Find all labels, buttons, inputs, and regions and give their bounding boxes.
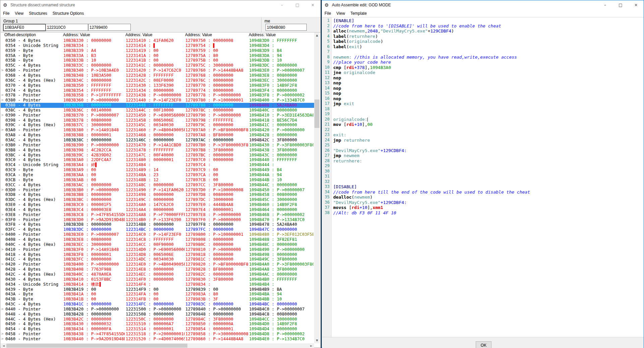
code-line[interactable]: 36"DevilMayCry5.exe"+129CDBF4:: [322, 200, 644, 205]
table-row[interactable]: 035C - 4 Bytes10B3B33C : 000000001223141…: [1, 63, 314, 68]
table-row[interactable]: 0430 - 4 Bytes10B3B410 : 0153F8BC122314F…: [1, 277, 314, 282]
table-row[interactable]: 03F8 - 4 Bytes10B3B3D8 : 00000000122314B…: [1, 222, 314, 227]
menu-item-template[interactable]: Template: [348, 10, 369, 16]
code-line[interactable]: 3alloc(newmem,2048,"DevilMayCry5.exe"+12…: [322, 28, 644, 34]
code-line[interactable]: 22: [322, 127, 644, 133]
table-row[interactable]: 041C - 4 Bytes10B3B3FC : 00000000122314D…: [1, 257, 314, 262]
table-row[interactable]: 0450 - 4 Bytes10B3B430 : 000000321223151…: [1, 322, 314, 327]
column-header-col2[interactable]: Address: Value: [125, 32, 153, 38]
code-line[interactable]: 19: [322, 112, 644, 117]
table-row[interactable]: >0390 - Pointer10B3B370 : P->00000007122…: [1, 113, 314, 118]
table-row[interactable]: 03BC - 4 Bytes10B3B39C : 42B39D021223147…: [1, 153, 314, 158]
code-editor[interactable]: 1[ENABLE]2//code from here to '[DISABLE]…: [322, 17, 644, 337]
table-row[interactable]: 043C - 4 Bytes10B3B41C : 00000000122314F…: [1, 302, 314, 307]
table-row[interactable]: 03C0 - 4 Bytes10B3B3A0 : 22DFC4A71223148…: [1, 157, 314, 162]
code-line[interactable]: 5label(originalcode): [322, 39, 644, 44]
table-row[interactable]: >03B0 - Pointer10B3B390 : P->00000000122…: [1, 143, 314, 148]
table-row[interactable]: >03D0 - Pointer10B3B3B0 : P->00000000122…: [1, 188, 314, 193]
table-row[interactable]: 03CB - Byte10B3B3AB : 001223148B : 12127…: [1, 178, 314, 183]
table-row[interactable]: >0460 - Pointer10B3B440 : P->9A2D919D48D…: [1, 337, 314, 342]
column-header-offset[interactable]: Offset-description: [4, 32, 36, 38]
code-line[interactable]: 7: [322, 49, 644, 55]
code-line[interactable]: 21mov [rdi+10],00: [322, 122, 644, 127]
code-line[interactable]: 11jne originalcode: [322, 70, 644, 75]
table-row[interactable]: 0398 - 4 Bytes10B3B378 : 008000001223145…: [1, 118, 314, 123]
horizontal-scrollbar[interactable]: ◄ ►: [1, 343, 314, 348]
code-line[interactable]: 26"DevilMayCry5.exe"+129CDBF4:: [322, 148, 644, 153]
table-row[interactable]: 03E4 - 4 Bytes10B3B3C4 : 000003E8122314A…: [1, 207, 314, 212]
minimize-button[interactable]: –: [597, 0, 613, 10]
code-line[interactable]: 20originalcode:: [322, 117, 644, 122]
table-row[interactable]: >03F0 - Pointer10B3B3D0 : P->9A2D919D48D…: [1, 217, 314, 222]
scroll-right-icon[interactable]: ►: [308, 343, 314, 348]
table-row[interactable]: 035B - Byte10B3B33B : 101223141B : 00127…: [1, 58, 314, 63]
table-row[interactable]: 0359 - Byte10B3B339 : A412231419 : 00127…: [1, 48, 314, 53]
code-line[interactable]: 9//place your code here: [322, 60, 644, 65]
code-line[interactable]: 8newmem: //this is allocated memory, you…: [322, 55, 644, 60]
menu-item-structures[interactable]: Structures: [26, 10, 50, 16]
group1-address-input-3[interactable]: [88, 24, 131, 31]
table-row[interactable]: >0458 - Pointer10B3B438 : P->47F854155D6…: [1, 332, 314, 337]
table-row[interactable]: 03D8 - 4 Bytes10B3B3B8 : 000000001223149…: [1, 192, 314, 197]
code-line[interactable]: 2//code from here to '[DISABLE]' will be…: [322, 23, 644, 29]
code-line[interactable]: 33[DISABLE]: [322, 184, 644, 190]
table-row[interactable]: 0408 - 4 Bytes10B3B3E8 : 00800000122314C…: [1, 237, 314, 242]
menu-item-structure-options[interactable]: Structure Options: [50, 10, 86, 16]
code-line[interactable]: 4label(returnhere): [322, 34, 644, 39]
code-line[interactable]: 18: [322, 107, 644, 112]
ok-button[interactable]: OK: [476, 341, 491, 348]
table-row[interactable]: 038C - 4 Bytes10B3B36C : 001400001223144…: [1, 108, 314, 113]
code-line[interactable]: 10cmp [rdi+378],1094B3A0: [322, 65, 644, 70]
scroll-down-icon[interactable]: ▼: [314, 338, 320, 343]
table-row[interactable]: >0410 - Pointer10B3B3F0 : P->14A91848122…: [1, 247, 314, 252]
table-row[interactable]: 039C - 4 Bytes (Hex)10B3B37C : 300000001…: [1, 123, 314, 128]
table-row[interactable]: 0354 - Unicode String10B3B334 : 12231414…: [1, 43, 314, 48]
minimize-button[interactable]: –: [274, 0, 290, 10]
me-address-input[interactable]: [266, 24, 307, 31]
table-row[interactable]: 0428 - 4 Bytes10B3B408 : 7763F988122314E…: [1, 267, 314, 272]
table-row[interactable]: 040C - 4 Bytes (Hex)10B3B3EC : 300000001…: [1, 242, 314, 247]
table-row[interactable]: >03E8 - Pointer10B3B3C8 : P->47F854155D6…: [1, 212, 314, 217]
code-line[interactable]: 37movss [rdi+10],xmm1: [322, 205, 644, 210]
code-line[interactable]: 29: [322, 163, 644, 169]
table-row[interactable]: 03C9 - Byte10B3B3A9 : 0012231489 : 14127…: [1, 167, 314, 172]
close-button[interactable]: ×: [305, 0, 320, 10]
table-row[interactable]: 0350 - 4 Bytes10B3B330 : 000000001223141…: [1, 38, 314, 43]
code-line[interactable]: 13nop: [322, 80, 644, 86]
group1-address-input-2[interactable]: [46, 24, 88, 31]
horizontal-scroll-thumb[interactable]: [6, 344, 187, 348]
table-row[interactable]: 03FC - 4 Bytes10B3B3DC : 00000000122314B…: [1, 227, 314, 232]
table-row[interactable]: >0380 - Pointer10B3B360 : P->00000000122…: [1, 98, 314, 103]
code-line[interactable]: 1[ENABLE]: [322, 18, 644, 23]
table-row[interactable]: 0434 - Unicode String10B3B414 : 噢㸝▌12231…: [1, 282, 314, 287]
table-row[interactable]: 03CC - 4 Bytes10B3B3AC : 000000001223148…: [1, 183, 314, 188]
maximize-button[interactable]: □: [613, 0, 628, 10]
code-line[interactable]: 25: [322, 143, 644, 148]
code-line[interactable]: 27jmp newmem: [322, 153, 644, 158]
table-row[interactable]: 03DC - 4 Bytes (Hex)10B3B3BC : 000000001…: [1, 197, 314, 202]
table-row[interactable]: >03A0 - Pointer10B3B380 : P->14A91848122…: [1, 128, 314, 133]
table-row[interactable]: >0400 - Pointer10B3B3E0 : P->00000007122…: [1, 232, 314, 237]
menu-item-file[interactable]: File: [322, 10, 334, 16]
code-line[interactable]: 30: [322, 169, 644, 174]
table-row[interactable]: 036C - 4 Bytes (Hex)10B3B34C : 000000001…: [1, 78, 314, 83]
title-bar[interactable]: ⚙ Auto Assemble edit: GOD MODE – □ ×: [322, 0, 644, 10]
code-line[interactable]: 12nop: [322, 75, 644, 81]
code-line[interactable]: 14nop: [322, 86, 644, 91]
maximize-button[interactable]: □: [290, 0, 305, 10]
code-line[interactable]: 6label(exit): [322, 44, 644, 50]
column-header-col1[interactable]: Address: Value: [63, 32, 90, 38]
table-row[interactable]: 0370 - 4 Bytes10B3B350 : FFFFFFFF1223143…: [1, 83, 314, 88]
table-row[interactable]: 043A - Byte10B3B41A : 00122314FA : 00127…: [1, 292, 314, 297]
code-line[interactable]: 38//Alt: db F3 0F 11 4F 10: [322, 210, 644, 216]
code-line[interactable]: 28returnhere:: [322, 158, 644, 164]
menu-item-file[interactable]: File: [0, 10, 12, 16]
table-row[interactable]: 043B - Byte10B3B41B : 00122314FB : 00127…: [1, 297, 314, 302]
table-row[interactable]: 03E0 - 4 Bytes10B3B3C0 : 000001F5122314A…: [1, 202, 314, 207]
table-row[interactable]: 0388 - 4 Bytes10B3B368 : 000000001223144…: [1, 103, 314, 108]
table-row[interactable]: 0448 - 4 Bytes10B3B428 : 000000001223150…: [1, 312, 314, 317]
scroll-up-icon[interactable]: ▲: [314, 32, 320, 38]
column-header-col3[interactable]: Address: Value: [185, 32, 212, 38]
table-row[interactable]: 03CA - Byte10B3B3AA : 001223148A : 23127…: [1, 172, 314, 178]
code-line[interactable]: 34//code from here till the end of the c…: [322, 190, 644, 195]
